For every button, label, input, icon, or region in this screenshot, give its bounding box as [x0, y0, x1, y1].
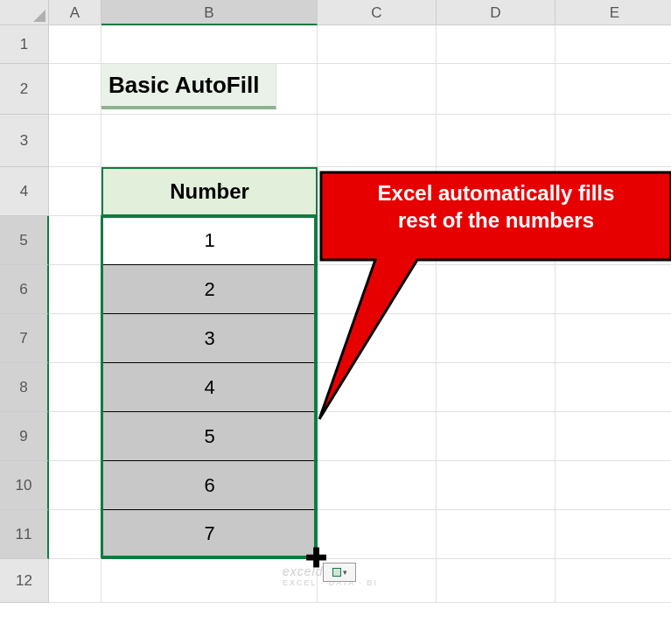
cell-A3[interactable] [49, 115, 101, 167]
cell-C11[interactable] [318, 510, 437, 559]
row-header-3[interactable]: 3 [0, 115, 49, 167]
data-cell-5[interactable]: 5 [101, 412, 318, 461]
row-header-2[interactable]: 2 [0, 64, 49, 115]
cell-A9[interactable] [49, 412, 101, 461]
data-cell-2[interactable]: 2 [101, 265, 318, 314]
svg-marker-0 [33, 10, 45, 22]
annotation-callout: Excel automatically fills rest of the nu… [312, 164, 671, 447]
cell-A11[interactable] [49, 510, 101, 559]
cell-A6[interactable] [49, 265, 101, 314]
cell-E12[interactable] [556, 559, 671, 603]
cell-D3[interactable] [437, 115, 556, 167]
title-text: Basic AutoFill [108, 72, 259, 99]
column-header-A[interactable]: A [49, 0, 101, 25]
row-header-12[interactable]: 12 [0, 559, 49, 603]
spreadsheet-grid: ABCDE 123456789101112 Basic AutoFill Num… [0, 0, 671, 644]
cell-A1[interactable] [49, 25, 101, 64]
row-header-10[interactable]: 10 [0, 461, 49, 510]
data-value: 3 [204, 327, 214, 350]
cell-D11[interactable] [437, 510, 556, 559]
cell-A5[interactable] [49, 216, 101, 265]
data-value: 4 [204, 376, 214, 399]
column-header-B[interactable]: B [101, 0, 318, 25]
cell-D2[interactable] [437, 64, 556, 115]
data-cell-3[interactable]: 3 [101, 314, 318, 363]
row-header-9[interactable]: 9 [0, 412, 49, 461]
cell-B1[interactable] [101, 25, 318, 64]
cell-E10[interactable] [556, 461, 671, 510]
cell-E2[interactable] [556, 64, 671, 115]
cell-A2[interactable] [49, 64, 101, 115]
table-header-text: Number [170, 179, 249, 204]
cell-E1[interactable] [556, 25, 671, 64]
column-header-D[interactable]: D [437, 0, 556, 25]
row-header-7[interactable]: 7 [0, 314, 49, 363]
cell-D10[interactable] [437, 461, 556, 510]
table-header-cell[interactable]: Number [101, 167, 318, 216]
cell-E3[interactable] [556, 115, 671, 167]
row-header-11[interactable]: 11 [0, 510, 49, 559]
cell-A12[interactable] [49, 559, 101, 603]
data-cell-1[interactable]: 1 [101, 216, 318, 265]
cell-B3[interactable] [101, 115, 318, 167]
column-header-E[interactable]: E [556, 0, 671, 25]
title-cell[interactable]: Basic AutoFill [101, 64, 276, 109]
row-header-6[interactable]: 6 [0, 265, 49, 314]
row-header-4[interactable]: 4 [0, 167, 49, 216]
cell-D12[interactable] [437, 559, 556, 603]
data-cell-4[interactable]: 4 [101, 363, 318, 412]
column-header-C[interactable]: C [318, 0, 437, 25]
data-value: 6 [204, 474, 214, 497]
cell-A8[interactable] [49, 363, 101, 412]
row-header-1[interactable]: 1 [0, 25, 49, 64]
cell-C1[interactable] [318, 25, 437, 64]
select-all-corner[interactable] [0, 0, 49, 25]
callout-text: Excel automatically fills rest of the nu… [330, 179, 662, 234]
row-header-8[interactable]: 8 [0, 363, 49, 412]
data-value: 7 [204, 522, 214, 545]
chevron-down-icon: ▾ [343, 568, 347, 577]
cell-A4[interactable] [49, 167, 101, 216]
cell-E11[interactable] [556, 510, 671, 559]
data-cell-6[interactable]: 6 [101, 461, 318, 510]
cell-A10[interactable] [49, 461, 101, 510]
autofill-options-button[interactable]: ▾ [323, 563, 356, 582]
autofill-options-icon [332, 568, 341, 577]
data-value: 1 [204, 229, 214, 252]
data-cell-7[interactable]: 7 [101, 510, 318, 559]
cell-C2[interactable] [318, 64, 437, 115]
row-header-5[interactable]: 5 [0, 216, 49, 265]
cell-C10[interactable] [318, 461, 437, 510]
cell-C3[interactable] [318, 115, 437, 167]
data-value: 5 [204, 425, 214, 448]
data-value: 2 [204, 278, 214, 301]
cell-A7[interactable] [49, 314, 101, 363]
cell-D1[interactable] [437, 25, 556, 64]
